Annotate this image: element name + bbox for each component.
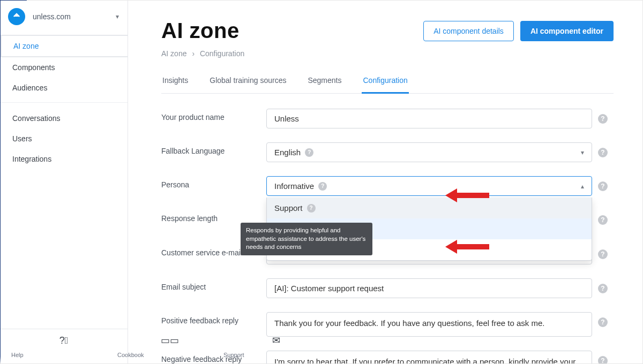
help-button[interactable]: ?⃝ Help: [11, 333, 116, 360]
help-icon[interactable]: ?: [598, 181, 608, 191]
cookbook-button[interactable]: ▭▭ Cookbook: [117, 332, 222, 360]
bottom-bar: ?⃝ Help ▭▭ Cookbook ✉ Support: [1, 329, 128, 363]
persona-label: Persona: [161, 176, 266, 189]
email-subject-label: Email subject: [161, 278, 266, 291]
nav-components[interactable]: Components: [1, 57, 128, 78]
config-form: Your product name Unless ? Fallback Lang…: [161, 109, 614, 363]
page-title: AI zone: [161, 19, 240, 43]
help-icon: ?: [318, 182, 327, 191]
help-icon: ?: [305, 148, 313, 157]
annotation-arrow: [457, 244, 489, 249]
ai-component-editor-button[interactable]: AI component editor: [520, 21, 614, 41]
help-icon[interactable]: ?: [598, 356, 608, 363]
chevron-up-icon: ▴: [581, 183, 584, 190]
help-icon[interactable]: ?: [598, 148, 608, 157]
help-icon[interactable]: ?: [598, 215, 608, 225]
help-icon[interactable]: ?: [598, 114, 608, 124]
domain-label: unless.com: [33, 12, 71, 21]
persona-dropdown: Support ? Responds by providing helpful …: [266, 198, 592, 261]
tab-configuration[interactable]: Configuration: [362, 76, 408, 94]
nav-audiences[interactable]: Audiences: [1, 78, 128, 98]
tab-insights[interactable]: Insights: [161, 76, 189, 93]
help-icon[interactable]: ?: [598, 284, 608, 293]
ai-component-details-button[interactable]: AI component details: [423, 21, 514, 41]
positive-feedback-label: Positive feedback reply: [161, 312, 266, 325]
support-button[interactable]: ✉ Support: [223, 332, 328, 360]
book-icon: ▭▭: [161, 335, 179, 346]
tablist: Insights Global training sources Segment…: [161, 76, 614, 94]
fallback-language-select[interactable]: English ? ▾: [266, 142, 592, 162]
help-icon: ?⃝: [59, 335, 69, 346]
response-length-label: Response length: [161, 210, 266, 223]
logo-icon: [8, 8, 25, 25]
help-icon[interactable]: ?: [598, 317, 608, 327]
tab-global-training[interactable]: Global training sources: [208, 76, 287, 93]
sidebar: unless.com ▾ AI zone Components Audience…: [1, 1, 128, 363]
main-content: AI zone AI component details AI componen…: [128, 1, 642, 363]
help-icon: ?: [307, 204, 316, 213]
tab-segments[interactable]: Segments: [306, 76, 342, 93]
chevron-down-icon: ▾: [581, 149, 584, 156]
persona-support-tooltip: Responds by providing helpful and empath…: [241, 223, 372, 255]
fallback-language-label: Fallback Language: [161, 142, 266, 155]
annotation-arrow: [457, 193, 489, 198]
nav-users[interactable]: Users: [1, 128, 128, 149]
email-subject-input[interactable]: [AI]: Customer support request: [266, 278, 592, 298]
mail-icon: ✉: [272, 335, 280, 346]
breadcrumb-item[interactable]: Configuration: [200, 49, 244, 58]
product-name-input[interactable]: Unless: [266, 109, 592, 128]
chevron-down-icon: ▾: [116, 13, 119, 20]
help-icon[interactable]: ?: [598, 249, 608, 259]
domain-selector[interactable]: unless.com ▾: [33, 12, 119, 21]
nav-group-1: AI zone Components Audiences: [1, 34, 128, 98]
nav-integrations[interactable]: Integrations: [1, 149, 128, 169]
persona-select[interactable]: Informative ? ▴: [266, 176, 592, 196]
product-name-label: Your product name: [161, 109, 266, 122]
persona-option-support[interactable]: Support ?: [267, 198, 592, 218]
nav-group-2: Conversations Users Integrations: [1, 107, 128, 169]
breadcrumb: AI zone › Configuration: [161, 49, 614, 58]
nav-conversations[interactable]: Conversations: [1, 108, 128, 128]
nav-ai-zone[interactable]: AI zone: [1, 35, 128, 57]
breadcrumb-item[interactable]: AI zone: [161, 49, 186, 58]
